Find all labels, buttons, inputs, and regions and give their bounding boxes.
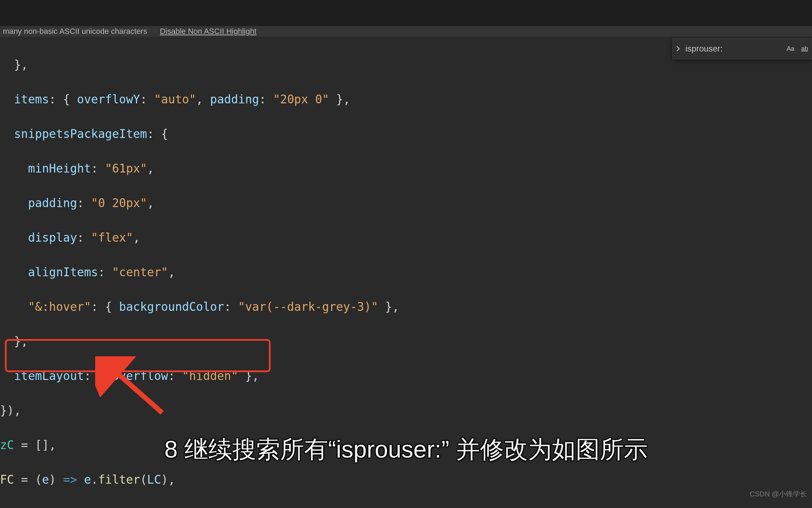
find-widget[interactable]: isprouser: Aa ab [672,38,812,59]
code: minHeight [28,162,91,175]
code [0,162,28,175]
code: }, [0,334,28,348]
code: : { [91,300,119,314]
code: filter [98,473,140,486]
code: : [77,231,91,244]
code: = ( [14,473,42,486]
find-input[interactable]: isprouser: [683,42,783,55]
code: , [196,92,210,106]
code: "auto" [154,92,196,106]
code: : [224,300,238,314]
disable-highlight-link[interactable]: Disable Non ASCII Highlight [160,27,257,36]
code: e [84,473,91,486]
code: , [168,265,175,279]
code: , [133,231,140,244]
code: snippetsPackageItem [14,127,147,141]
code: "center" [112,265,168,279]
watermark: CSDN @小锋学长 [750,489,807,499]
code: LC [147,473,161,486]
code [0,196,28,210]
code: "20px 0" [273,92,329,106]
code: "&:hover" [28,300,91,314]
code: }, [329,92,350,106]
code: => [63,473,77,486]
code: itemLayout [14,369,84,383]
code: }), [0,404,21,417]
code [0,231,28,244]
code: : { [84,369,112,383]
code: : [259,92,273,106]
code: : { [49,92,77,106]
find-case-toggle[interactable]: Aa [785,43,796,54]
find-expand-toggle[interactable] [673,38,683,59]
code: : [140,92,154,106]
code: "flex" [91,231,133,244]
code: items [14,92,49,106]
code: }, [238,369,259,383]
code: : [77,196,91,210]
code: padding [28,196,77,210]
code: FC [0,473,14,486]
notification-message: many non-basic ASCII unicode characters [3,27,147,36]
code: overflow [112,369,168,383]
code [0,92,14,106]
code: : [98,265,112,279]
code: , [147,196,154,210]
code: "0 20px" [91,196,147,210]
code [77,473,84,486]
code: display [28,231,77,244]
code: }, [0,58,28,72]
code: overflowY [77,92,140,106]
code [0,127,14,141]
code: "var(--dark-grey-3)" [238,300,378,314]
code: ( [140,473,147,486]
titlebar-shadow [0,0,812,28]
code [0,300,28,314]
code: "hidden" [182,369,238,383]
code [0,369,14,383]
code: alignItems [28,265,98,279]
find-wholeword-toggle[interactable]: ab [799,43,810,54]
subtitle-text: 8 继续搜索所有“isprouser:” 并修改为如图所示 [0,434,812,466]
code: }, [378,300,399,314]
code: e [42,473,49,486]
chevron-right-icon [675,46,681,52]
code: padding [210,92,259,106]
code: ), [161,473,175,486]
code: ) [49,473,63,486]
code: . [91,473,98,486]
code: : { [147,127,168,141]
code: backgroundColor [119,300,224,314]
code: , [147,162,154,175]
code: : [168,369,182,383]
code [0,265,28,279]
code: : [91,162,105,175]
code: "61px" [105,162,147,175]
